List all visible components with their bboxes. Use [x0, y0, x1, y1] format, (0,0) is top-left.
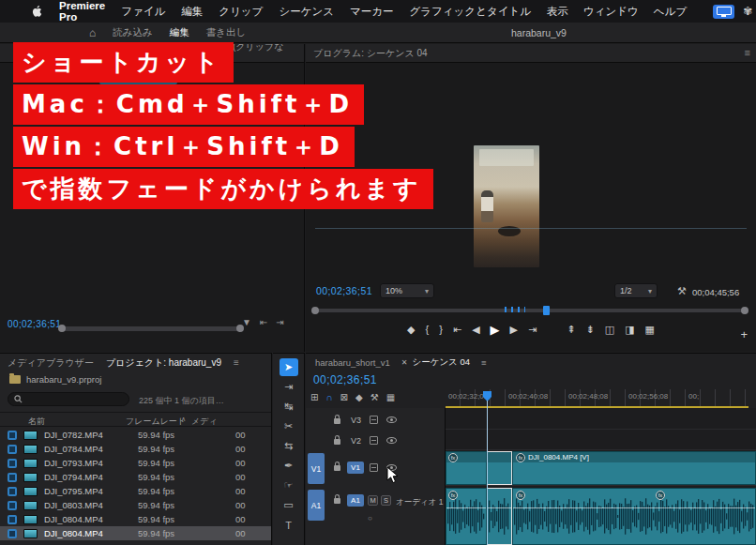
menu-view[interactable]: 表示	[547, 5, 568, 19]
type-tool[interactable]: T	[280, 516, 298, 534]
source-zoom-scrollbar[interactable]	[62, 326, 240, 331]
tab-sequence-other[interactable]: harabaru_short_v1	[315, 357, 390, 368]
solo-button[interactable]: S	[381, 495, 391, 506]
sync-lock-icon[interactable]	[370, 416, 378, 424]
video-clip-selected[interactable]	[487, 451, 512, 485]
table-row[interactable]: DJI_0795.MP459.94 fps00	[0, 484, 271, 498]
tab-project[interactable]: プロジェクト: harabaru_v9	[106, 356, 221, 370]
source-patch-a1[interactable]: A1	[308, 490, 325, 521]
item-checkbox[interactable]	[8, 473, 17, 482]
track-target-v1[interactable]: V1	[347, 462, 364, 474]
search-input[interactable]	[26, 394, 120, 405]
sync-lock-icon[interactable]	[370, 436, 378, 445]
screen-mirroring-icon[interactable]	[713, 5, 734, 19]
add-marker-button[interactable]: ◆	[407, 325, 415, 335]
mute-button[interactable]: M	[368, 495, 378, 506]
eye-icon[interactable]	[386, 416, 397, 423]
add-button[interactable]: +	[740, 327, 748, 341]
search-box[interactable]	[8, 392, 129, 406]
close-icon[interactable]: ✕	[401, 358, 408, 367]
pinwheel-icon[interactable]: ✾	[743, 5, 752, 18]
play-button[interactable]: ▶	[491, 324, 500, 336]
program-scrub-bar[interactable]	[317, 309, 743, 312]
tab-export[interactable]: 書き出し	[206, 26, 247, 39]
table-row[interactable]: DJI_0784.MP459.94 fps00	[0, 442, 271, 456]
timeline-playhead-line[interactable]	[487, 401, 488, 545]
linked-selection-icon[interactable]: ⊠	[340, 392, 348, 402]
table-row[interactable]: DJI_0793.MP459.94 fps00	[0, 456, 271, 470]
menu-edit[interactable]: 編集	[181, 5, 203, 19]
tab-edit[interactable]: 編集	[170, 26, 189, 39]
razor-tool[interactable]: ✂	[280, 417, 298, 435]
video-clip[interactable]: fx	[446, 451, 487, 485]
volume-rubber-band[interactable]	[488, 507, 511, 508]
app-name-menu[interactable]: Premiere Pro	[59, 0, 105, 23]
snap-icon[interactable]: ∩	[325, 392, 332, 402]
menu-file[interactable]: ファイル	[121, 5, 165, 19]
program-timecode[interactable]: 00;02;36;51	[316, 285, 372, 296]
filter-icon[interactable]: ▼	[242, 317, 251, 327]
column-framerate[interactable]: フレームレート	[126, 416, 186, 428]
table-row-selected[interactable]: DJI_0804.MP459.94 fps00	[0, 526, 271, 540]
settings-wrench-icon[interactable]: ⚒	[677, 285, 687, 297]
timeline-settings-icon[interactable]: ⚒	[370, 392, 379, 402]
eye-icon[interactable]	[386, 437, 397, 444]
lock-icon[interactable]	[334, 498, 340, 504]
track-select-tool[interactable]: ⇥	[280, 378, 298, 396]
selection-tool[interactable]: ➤	[280, 358, 298, 376]
apple-menu-icon[interactable]	[32, 5, 43, 18]
menu-help[interactable]: ヘルプ	[654, 5, 687, 19]
menu-sequence[interactable]: シーケンス	[279, 5, 334, 19]
export-frame-button[interactable]: ◫	[605, 325, 614, 335]
item-checkbox[interactable]	[8, 529, 17, 538]
tab-sequence-active[interactable]: シーケンス 04	[412, 356, 470, 369]
item-checkbox[interactable]	[8, 445, 17, 454]
insert-icon[interactable]: ⊞	[310, 392, 318, 402]
step-forward-button[interactable]: ▶	[510, 325, 518, 335]
column-media[interactable]: メディ	[191, 416, 218, 428]
table-row[interactable]: DJI_0804.MP459.94 fps00	[0, 512, 271, 526]
go-to-in-button[interactable]: ⇤	[453, 325, 461, 335]
home-icon[interactable]: ⌂	[89, 26, 96, 39]
menu-graphics-titles[interactable]: グラフィックとタイトル	[410, 5, 531, 19]
mark-out-button[interactable]: }	[439, 325, 443, 335]
add-marker-icon[interactable]: ◆	[355, 392, 363, 402]
extract-button[interactable]: ⇟	[586, 325, 595, 335]
drag-audio-icon[interactable]: ⇥	[276, 317, 283, 327]
tab-media-browser[interactable]: メディアブラウザー	[8, 356, 94, 370]
button-editor-button[interactable]: ▦	[645, 325, 655, 335]
column-name[interactable]: 名前	[28, 416, 45, 428]
track-v2-lane[interactable]	[446, 431, 756, 450]
timeline-ruler[interactable]: 00;02;32;08 00;02;40;08 00;02;48;08 00;0…	[446, 389, 756, 406]
sync-lock-icon[interactable]	[370, 463, 378, 472]
scrub-handle-right[interactable]	[741, 307, 748, 314]
item-checkbox[interactable]	[8, 431, 17, 440]
item-checkbox[interactable]	[8, 515, 17, 524]
panel-menu-icon[interactable]: ≡	[745, 47, 750, 58]
zoom-level-select[interactable]: 10% ▾	[380, 283, 434, 298]
comparison-view-button[interactable]: ◨	[625, 325, 634, 335]
slip-tool[interactable]: ⇆	[280, 437, 298, 455]
audio-clip-dji-0804[interactable]: fx fx	[512, 488, 756, 545]
menu-clip[interactable]: クリップ	[219, 5, 263, 19]
pen-tool[interactable]: ✒	[280, 457, 298, 475]
breadcrumb[interactable]: harabaru_v9.prproj	[9, 374, 101, 385]
item-checkbox[interactable]	[8, 459, 17, 468]
panel-menu-icon[interactable]: ≡	[481, 357, 487, 368]
audio-clip-selected[interactable]	[487, 488, 512, 545]
program-playhead[interactable]	[543, 306, 550, 315]
lock-icon[interactable]	[334, 418, 340, 424]
menu-marker[interactable]: マーカー	[350, 5, 394, 19]
table-row[interactable]: DJI_0794.MP459.94 fps00	[0, 470, 271, 484]
mark-in-button[interactable]: {	[426, 325, 430, 335]
lock-icon[interactable]	[334, 465, 340, 471]
ripple-edit-tool[interactable]: ↹	[280, 398, 298, 416]
timeline-timecode[interactable]: 00;02;36;51	[313, 373, 377, 386]
tab-import[interactable]: 読み込み	[113, 26, 153, 39]
item-checkbox[interactable]	[8, 487, 17, 496]
hand-tool[interactable]: ☞	[280, 477, 298, 494]
table-row[interactable]: DJI_0803.MP459.94 fps00	[0, 498, 271, 512]
track-target-a1[interactable]: A1	[347, 494, 364, 507]
pan-knob-icon[interactable]: ○	[368, 514, 372, 522]
volume-rubber-band[interactable]	[446, 507, 486, 508]
